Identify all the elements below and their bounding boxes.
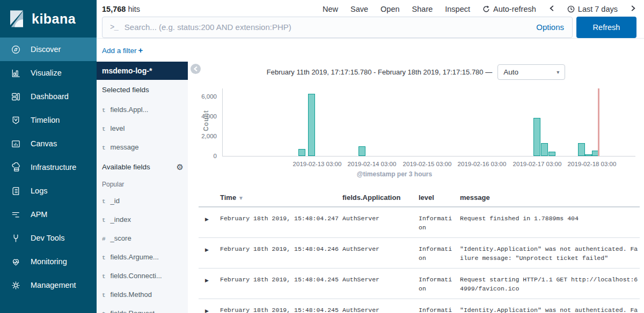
field-item[interactable]: tfields.Method <box>102 290 184 299</box>
sort-desc-icon: ▼ <box>238 195 244 201</box>
field-settings-gear-icon[interactable]: ⚙ <box>177 162 184 172</box>
cell-level: Information <box>419 299 460 313</box>
field-type-icon: t <box>102 217 106 223</box>
sidebar-item-label: Visualize <box>31 69 62 77</box>
main-area: 15,768 hits New Save Open Share Inspect … <box>97 0 644 313</box>
kibana-logo-icon <box>7 9 26 28</box>
sidebar-item-visualize[interactable]: Visualize <box>0 61 97 85</box>
management-icon <box>11 280 21 290</box>
infrastructure-icon <box>11 162 21 173</box>
sidebar-item-label: Dev Tools <box>31 234 64 242</box>
sidebar-item-label: Canvas <box>31 139 57 148</box>
apm-icon <box>11 210 21 220</box>
expand-row-caret[interactable]: ▶ <box>199 207 220 237</box>
field-item[interactable]: tmessage <box>102 143 184 151</box>
sidebar-item-apm[interactable]: APM <box>0 203 97 226</box>
column-header-level[interactable]: level <box>419 193 460 202</box>
time-forward-button[interactable] <box>630 5 636 13</box>
sidebar: kibana DiscoverVisualizeDashboardTimelio… <box>0 0 97 313</box>
cell-time: February 18th 2019, 15:48:04.245 <box>220 269 342 299</box>
discover-icon <box>11 44 21 55</box>
field-type-icon: t <box>102 292 106 299</box>
sidebar-item-dashboard[interactable]: Dashboard <box>0 85 97 108</box>
histogram-bar[interactable] <box>541 143 548 156</box>
kibana-logo[interactable]: kibana <box>0 0 97 38</box>
sidebar-item-label: Management <box>31 281 76 289</box>
sidebar-item-label: Dashboard <box>31 92 69 101</box>
histogram-bar[interactable] <box>308 94 315 156</box>
logs-icon <box>11 186 21 196</box>
auto-refresh-button[interactable]: Auto-refresh <box>482 5 536 13</box>
interval-select[interactable]: Auto ▾ <box>497 64 565 80</box>
options-link[interactable]: Options <box>528 23 572 32</box>
table-body: ▶February 18th 2019, 15:48:04.247AuthSer… <box>199 207 640 313</box>
sidebar-item-timelion[interactable]: Timelion <box>0 108 97 132</box>
hits-label: hits <box>128 5 140 13</box>
histogram-bar[interactable] <box>585 154 592 156</box>
expand-row-caret[interactable]: ▶ <box>199 238 220 268</box>
menu-item-new[interactable]: New <box>323 5 338 13</box>
sidebar-item-canvas[interactable]: Canvas <box>0 132 97 155</box>
menu-item-save[interactable]: Save <box>350 5 368 13</box>
discover-main-panel: February 11th 2019, 17:17:15.780 - Febru… <box>188 62 644 313</box>
search-box: >_ Options <box>102 17 573 38</box>
expand-row-caret[interactable]: ▶ <box>199 299 220 313</box>
chart-title-row: February 11th 2019, 17:17:15.780 - Febru… <box>188 64 644 80</box>
menu-item-open[interactable]: Open <box>380 5 399 13</box>
cell-message: Request finished in 1.7889ms 404 <box>460 207 640 237</box>
sidebar-item-label: Logs <box>31 187 47 195</box>
available-fields-title: Available fields <box>102 162 150 172</box>
field-item[interactable]: tfields.Appl... <box>102 106 184 114</box>
refresh-button[interactable]: Refresh <box>576 17 636 38</box>
column-header-time[interactable]: Time▼ <box>220 193 342 202</box>
field-item[interactable]: t_index <box>102 215 184 223</box>
sidebar-item-infrastructure[interactable]: Infrastructure <box>0 155 97 179</box>
plot-area <box>222 88 635 156</box>
sidebar-item-label: Infrastructure <box>31 163 76 172</box>
current-time-marker <box>598 88 599 156</box>
histogram-bar[interactable] <box>533 118 540 156</box>
field-name: fields.Method <box>111 290 152 299</box>
sidebar-item-discover[interactable]: Discover <box>0 38 97 61</box>
field-item[interactable]: tfields.Connecti... <box>102 272 184 280</box>
sidebar-item-dev-tools[interactable]: Dev Tools <box>0 226 97 250</box>
field-item[interactable]: tlevel <box>102 124 184 132</box>
menu-item-inspect[interactable]: Inspect <box>445 5 470 13</box>
sidebar-item-management[interactable]: Management <box>0 273 97 297</box>
sidebar-item-logs[interactable]: Logs <box>0 179 97 203</box>
popular-fields-list: t_idt_index#_scoretfields.Argume...tfiel… <box>102 197 184 313</box>
field-name: message <box>111 143 139 151</box>
cell-message: "Identity.Application" was not authentic… <box>460 238 640 268</box>
cell-message: "Identity.Application" was not authentic… <box>460 299 640 313</box>
histogram-bar[interactable] <box>298 149 305 156</box>
time-range-picker[interactable]: Last 7 days <box>567 5 618 13</box>
index-pattern-selector[interactable]: msdemo-log-* <box>97 62 188 80</box>
column-header-message[interactable]: message <box>460 193 640 202</box>
field-item[interactable]: #_score <box>102 234 184 242</box>
table-row: ▶February 18th 2019, 15:48:04.245AuthSer… <box>199 299 640 313</box>
search-input[interactable] <box>125 23 528 32</box>
clock-icon <box>567 5 575 13</box>
cell-application: AuthServer <box>342 299 419 313</box>
histogram-bar[interactable] <box>578 143 585 156</box>
column-header-application[interactable]: fields.Application <box>342 193 419 202</box>
time-back-button[interactable] <box>548 5 555 13</box>
field-type-icon: t <box>102 107 106 114</box>
cell-time: February 18th 2019, 15:48:04.245 <box>220 299 342 313</box>
sidebar-nav: DiscoverVisualizeDashboardTimelionCanvas… <box>0 38 97 297</box>
menu-item-share[interactable]: Share <box>412 5 433 13</box>
field-item[interactable]: tfields.Argume... <box>102 253 184 261</box>
x-axis-tick-label: 2019-02-18 03:00 <box>562 161 621 167</box>
field-item[interactable]: t_id <box>102 197 184 205</box>
kibana-app: kibana DiscoverVisualizeDashboardTimelio… <box>0 0 644 313</box>
table-row: ▶February 18th 2019, 15:48:04.246AuthSer… <box>199 238 640 269</box>
add-filter-button[interactable]: Add a filter+ <box>102 46 143 55</box>
field-item[interactable]: tfields.Request... <box>102 309 184 313</box>
histogram-bar[interactable] <box>358 146 365 156</box>
cell-message: Request starting HTTP/1.1 GET http://loc… <box>460 269 640 299</box>
histogram-bar[interactable] <box>548 152 555 156</box>
documents-table: Time▼ fields.Application level message ▶… <box>199 189 640 313</box>
sidebar-item-monitoring[interactable]: Monitoring <box>0 250 97 273</box>
expand-row-caret[interactable]: ▶ <box>199 269 220 299</box>
y-axis-tick-label: 2,000 <box>188 133 217 139</box>
